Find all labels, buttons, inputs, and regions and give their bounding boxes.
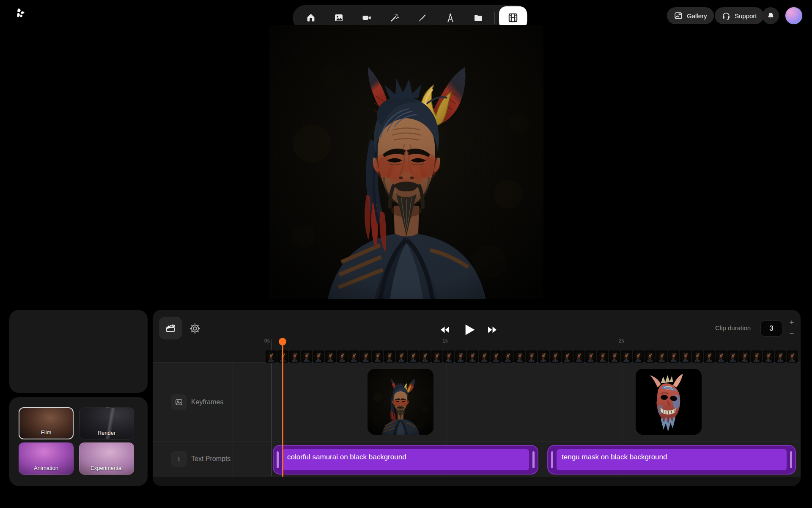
preset-tile-animation[interactable]: Animation bbox=[19, 442, 74, 475]
scenes-button[interactable] bbox=[159, 317, 182, 340]
rewind-button[interactable] bbox=[435, 320, 455, 339]
app-logo[interactable] bbox=[14, 7, 27, 19]
video-camera-icon bbox=[362, 13, 372, 23]
preset-label: Film bbox=[19, 429, 73, 436]
fast-forward-button[interactable] bbox=[483, 320, 502, 339]
preset-label: Experimental bbox=[80, 465, 134, 471]
filmstrip-frame bbox=[502, 350, 513, 363]
track-row-divider bbox=[153, 442, 801, 442]
filmstrip-frame bbox=[585, 350, 596, 363]
gallery-button[interactable]: Gallery bbox=[667, 7, 714, 24]
home-icon bbox=[306, 13, 316, 23]
clip-duration-input[interactable] bbox=[760, 320, 782, 337]
prompt-clip-body: colorful samurai on black background bbox=[282, 449, 529, 470]
filmstrip-frame bbox=[775, 350, 786, 363]
image-icon bbox=[334, 13, 344, 23]
filmstrip-frame bbox=[633, 350, 644, 363]
preset-tile-render[interactable]: Render bbox=[79, 407, 134, 439]
pencil-icon bbox=[417, 13, 428, 23]
ruler-tick-0s: 0s bbox=[264, 338, 270, 344]
filmstrip-frame bbox=[348, 350, 359, 363]
filmstrip-frame bbox=[597, 350, 608, 363]
support-label: Support bbox=[735, 12, 757, 19]
keyframe-thumbnail-tengu-mask[interactable] bbox=[636, 369, 702, 435]
filmstrip-frame bbox=[621, 350, 632, 363]
video-preview bbox=[269, 25, 543, 299]
filmstrip-frame bbox=[680, 350, 691, 363]
prompt-clip-body: tengu mask on black background bbox=[557, 449, 787, 470]
filmstrip-frame bbox=[266, 350, 277, 363]
ruler-tick-2s: 2s bbox=[619, 338, 624, 344]
filmstrip-frame bbox=[408, 350, 419, 363]
filmstrip-frame bbox=[609, 350, 620, 363]
prompt-text-2: tengu mask on black background bbox=[562, 453, 667, 461]
filmstrip-frame bbox=[562, 350, 573, 363]
filmstrip-frame bbox=[384, 350, 395, 363]
filmstrip-frame bbox=[739, 350, 750, 363]
fast-forward-icon bbox=[486, 324, 498, 336]
play-button[interactable] bbox=[457, 318, 481, 342]
filmstrip-frame bbox=[656, 350, 667, 363]
filmstrip-frame bbox=[668, 350, 679, 363]
prompt-clip-1[interactable]: colorful samurai on black background bbox=[273, 445, 538, 475]
magic-wand-icon bbox=[390, 13, 400, 23]
action-panel: Generate Video Download Upscale bbox=[9, 310, 148, 393]
filmstrip-frame bbox=[573, 350, 584, 363]
filmstrip-frame bbox=[751, 350, 762, 363]
filmstrip-frame bbox=[301, 350, 312, 363]
filmstrip[interactable] bbox=[266, 350, 798, 363]
playhead-handle[interactable] bbox=[279, 338, 286, 345]
clip-left-handle[interactable] bbox=[551, 451, 553, 468]
duration-decrement-button[interactable]: − bbox=[786, 328, 797, 339]
folder-icon bbox=[473, 13, 483, 23]
samurai-keyframe-art bbox=[368, 369, 433, 435]
tengu-keyframe-art bbox=[636, 369, 702, 435]
prompt-clip-2[interactable]: tengu mask on black background bbox=[547, 445, 796, 475]
play-icon bbox=[461, 321, 477, 338]
filmstrip-frame bbox=[360, 350, 371, 363]
filmstrip-frame bbox=[692, 350, 703, 363]
filmstrip-frame bbox=[313, 350, 324, 363]
ruler-tick-1s: 1s bbox=[442, 338, 448, 344]
filmstrip-frame bbox=[550, 350, 561, 363]
clip-right-handle[interactable] bbox=[790, 451, 792, 468]
keyframe-thumbnail-samurai[interactable] bbox=[368, 369, 433, 435]
clip-left-handle[interactable] bbox=[277, 451, 279, 468]
filmstrip-frame bbox=[325, 350, 336, 363]
timeline-panel: Clip duration + − 0s 1s 2s Keyframes I T… bbox=[153, 310, 801, 486]
clip-duration-stepper: + − bbox=[786, 317, 797, 339]
preset-tile-film[interactable]: Film bbox=[19, 407, 74, 439]
gallery-icon bbox=[674, 11, 683, 20]
filmstrip-frame bbox=[396, 350, 407, 363]
samurai-preview-art bbox=[269, 25, 543, 299]
playhead-line bbox=[282, 341, 283, 477]
keyframes-track-label: Keyframes bbox=[191, 398, 223, 406]
clapperboard-icon bbox=[165, 323, 176, 334]
duration-increment-button[interactable]: + bbox=[786, 317, 797, 328]
filmstrip-frame bbox=[538, 350, 549, 363]
filmstrip-frame bbox=[716, 350, 727, 363]
filmstrip-frame bbox=[491, 350, 502, 363]
timeline-settings-button[interactable] bbox=[188, 322, 202, 335]
filmstrip-frame bbox=[455, 350, 466, 363]
compass-icon bbox=[445, 13, 455, 23]
clip-right-handle[interactable] bbox=[532, 451, 535, 468]
notifications-button[interactable] bbox=[762, 7, 779, 24]
headphones-icon bbox=[721, 11, 731, 20]
support-button[interactable]: Support bbox=[715, 7, 764, 24]
filmstrip-frame bbox=[443, 350, 454, 363]
film-strip-icon bbox=[508, 12, 518, 23]
text-prompts-track-label: Text Prompts bbox=[191, 455, 230, 463]
filmstrip-frame bbox=[727, 350, 738, 363]
rewind-icon bbox=[439, 324, 451, 336]
filmstrip-frame bbox=[645, 350, 656, 363]
filmstrip-frame bbox=[704, 350, 715, 363]
image-icon bbox=[175, 398, 183, 406]
preset-tile-experimental[interactable]: Experimental bbox=[79, 442, 134, 475]
filmstrip-frame bbox=[479, 350, 490, 363]
prompt-text-1: colorful samurai on black background bbox=[287, 453, 406, 461]
filmstrip-frame bbox=[514, 350, 525, 363]
text-prompts-track-icon: I bbox=[171, 451, 187, 467]
user-avatar[interactable] bbox=[785, 6, 803, 25]
track-label-divider bbox=[233, 362, 233, 477]
